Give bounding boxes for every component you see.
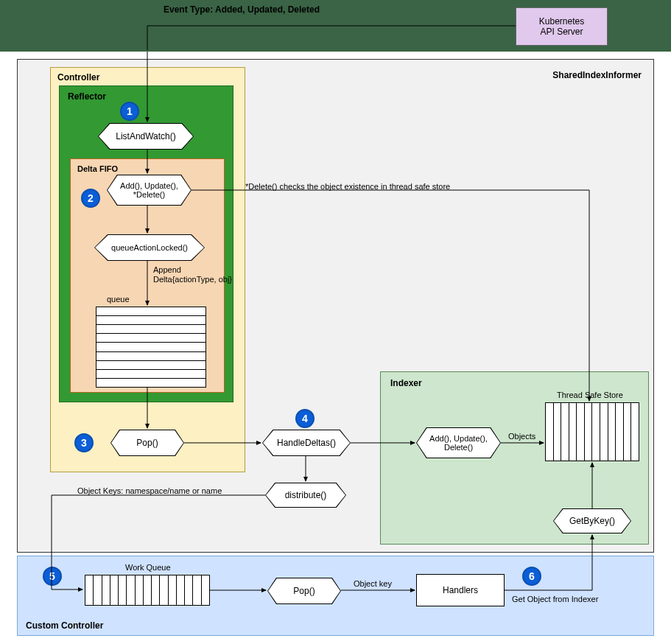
custom-pop-hex: Pop() xyxy=(267,578,341,604)
badge-5: 5 xyxy=(43,567,62,586)
controller-title: Controller xyxy=(57,72,99,83)
indexer-title: Indexer xyxy=(390,378,422,388)
handlers-label: Handlers xyxy=(443,585,478,595)
custom-controller-title: Custom Controller xyxy=(26,620,103,631)
list-watch-hex: ListAndWatch() xyxy=(98,123,194,150)
badge-4: 4 xyxy=(295,409,315,428)
indexer-aud-hex: Add(), Update(), Delete() xyxy=(416,427,501,458)
object-key-label: Object key xyxy=(354,579,392,588)
queue-action-hex: queueActionLocked() xyxy=(94,234,205,261)
handlers-box: Handlers xyxy=(416,574,505,606)
event-type-label: Event Type: Added, Updated, Deleted xyxy=(164,4,320,15)
objects-label: Objects xyxy=(508,432,535,441)
api-server-box: Kubernetes API Server xyxy=(516,7,608,46)
thread-safe-store-label: Thread Safe Store xyxy=(557,391,623,399)
badge-1: 1 xyxy=(120,102,139,121)
work-queue xyxy=(85,575,210,606)
badge-3: 3 xyxy=(74,433,94,452)
distribute-hex: distribute() xyxy=(265,483,346,508)
queue-struct xyxy=(96,307,206,388)
add-update-delete-hex: Add(), Update(), *Delete() xyxy=(107,175,192,206)
getbykey-hex: GetByKey() xyxy=(553,508,631,533)
object-keys-label: Object Keys: namespace/name or name xyxy=(77,486,222,495)
get-object-label: Get Object from Indexer xyxy=(512,595,598,603)
badge-6: 6 xyxy=(522,567,541,586)
queue-label: queue xyxy=(107,295,130,304)
delta-fifo-title: Delta FIFO xyxy=(77,164,118,173)
pop-hex: Pop() xyxy=(110,430,184,456)
badge-2: 2 xyxy=(81,189,100,208)
api-server-label: Kubernetes API Server xyxy=(539,16,584,37)
delete-note: *Delete() checks the object existence in… xyxy=(245,182,450,191)
thread-safe-store xyxy=(545,402,639,461)
append-label: Append Delta{actionType, obj} xyxy=(153,265,232,284)
handle-deltas-hex: HandleDeltas() xyxy=(262,430,351,456)
reflector-title: Reflector xyxy=(68,91,106,102)
work-queue-label: Work Queue xyxy=(125,563,171,572)
sharedindexinformer-title: SharedIndexInformer xyxy=(552,70,642,80)
